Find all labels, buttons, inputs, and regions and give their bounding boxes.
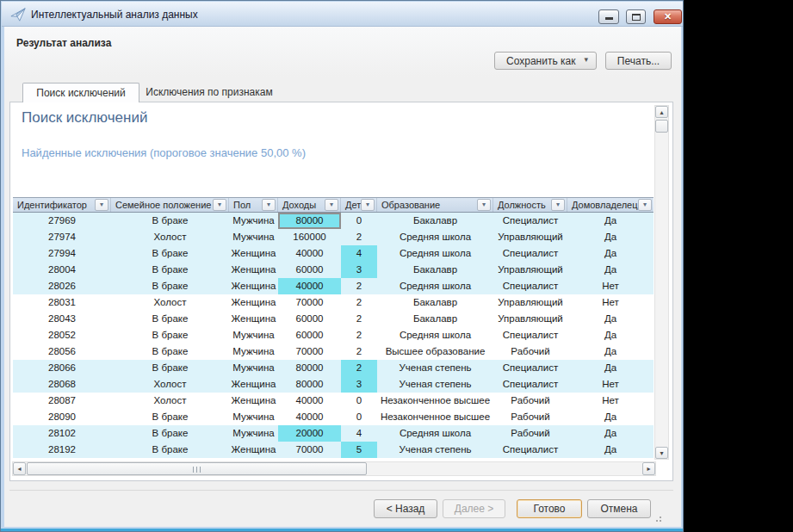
- table-cell[interactable]: Женщина: [229, 245, 278, 262]
- table-cell[interactable]: Управляющий: [493, 262, 567, 278]
- table-row[interactable]: 28068ХолостЖенщина800003Ученая степеньСп…: [13, 376, 654, 393]
- table-cell[interactable]: В браке: [111, 409, 229, 425]
- table-cell[interactable]: Мужчина: [229, 327, 278, 343]
- table-cell[interactable]: 40000: [278, 278, 341, 294]
- table-cell[interactable]: Рабочий: [493, 425, 567, 442]
- table-cell[interactable]: 70000: [278, 343, 341, 360]
- save-as-button[interactable]: Сохранить как ▾: [494, 52, 597, 70]
- table-cell[interactable]: Да: [567, 425, 654, 442]
- table-cell[interactable]: 60000: [278, 311, 341, 327]
- table-cell[interactable]: Бакалавр: [377, 311, 493, 327]
- table-cell[interactable]: 3: [341, 262, 377, 278]
- table-cell[interactable]: Специалист: [493, 442, 567, 458]
- vertical-scrollbar-thumb[interactable]: [655, 120, 668, 133]
- table-cell[interactable]: 2: [341, 311, 377, 327]
- table-cell[interactable]: Мужчина: [229, 425, 278, 442]
- table-cell[interactable]: Бакалавр: [377, 262, 493, 278]
- table-cell[interactable]: Мужчина: [229, 229, 278, 245]
- table-row[interactable]: 28192В бракеЖенщина700005Ученая степеньС…: [13, 442, 654, 458]
- table-cell[interactable]: Рабочий: [493, 409, 567, 425]
- table-cell[interactable]: Да: [567, 442, 654, 458]
- table-cell[interactable]: Холост: [111, 393, 229, 409]
- table-cell[interactable]: 60000: [278, 262, 341, 278]
- table-cell[interactable]: Женщина: [229, 294, 278, 311]
- column-header[interactable]: Дети▾: [341, 198, 377, 212]
- maximize-button[interactable]: [626, 9, 646, 24]
- table-cell[interactable]: 27994: [13, 245, 111, 262]
- table-cell[interactable]: Мужчина: [229, 360, 278, 376]
- table-cell[interactable]: Высшее образование: [377, 343, 493, 360]
- table-cell[interactable]: 28087: [13, 393, 111, 409]
- table-cell[interactable]: Женщина: [229, 311, 278, 327]
- table-cell[interactable]: Да: [567, 409, 654, 425]
- table-row[interactable]: 27969В бракеМужчина800000БакалаврСпециал…: [13, 213, 654, 229]
- finish-button[interactable]: Готово: [517, 499, 582, 518]
- table-cell[interactable]: 28192: [13, 442, 111, 458]
- table-row[interactable]: 28004В бракеЖенщина600003БакалаврУправля…: [13, 262, 654, 278]
- table-cell[interactable]: Нет: [567, 376, 654, 393]
- table-cell[interactable]: 40000: [278, 393, 341, 409]
- table-cell[interactable]: Специалист: [493, 278, 567, 294]
- column-header[interactable]: Семейное положение▾: [111, 198, 229, 212]
- table-row[interactable]: 28043В бракеЖенщина600002БакалаврУправля…: [13, 311, 654, 327]
- tab-exceptions-by-attributes[interactable]: Исключения по признакам: [140, 83, 278, 102]
- table-cell[interactable]: Бакалавр: [377, 213, 493, 229]
- table-cell[interactable]: Незаконченное высшее: [377, 409, 493, 425]
- minimize-button[interactable]: [598, 9, 619, 24]
- filter-dropdown-button[interactable]: ▾: [477, 199, 491, 211]
- table-cell[interactable]: 80000: [278, 360, 341, 376]
- table-cell[interactable]: В браке: [111, 311, 229, 327]
- table-cell[interactable]: Управляющий: [493, 294, 567, 311]
- scroll-right-button[interactable]: ▸: [642, 462, 655, 475]
- table-cell[interactable]: 40000: [278, 409, 341, 425]
- column-header[interactable]: Образование▾: [377, 198, 493, 212]
- column-header[interactable]: Доходы▾: [278, 198, 341, 212]
- table-row[interactable]: 28087ХолостЖенщина400000Незаконченное вы…: [13, 393, 654, 409]
- close-button[interactable]: ✕: [654, 9, 682, 24]
- table-cell[interactable]: 3: [341, 376, 377, 393]
- filter-dropdown-button[interactable]: ▾: [325, 199, 338, 211]
- horizontal-scrollbar-thumb[interactable]: [27, 462, 367, 475]
- table-cell[interactable]: Специалист: [493, 327, 567, 343]
- back-button[interactable]: < Назад: [374, 499, 437, 518]
- column-header[interactable]: Пол▾: [229, 198, 278, 212]
- table-cell[interactable]: В браке: [111, 262, 229, 278]
- table-cell[interactable]: 4: [341, 245, 377, 262]
- column-header[interactable]: Идентификатор▾: [13, 198, 111, 212]
- titlebar[interactable]: Интеллектуальный анализ данных ✕: [2, 2, 683, 27]
- table-cell[interactable]: Женщина: [229, 393, 278, 409]
- table-cell[interactable]: 2: [341, 294, 377, 311]
- table-row[interactable]: 28052В бракеМужчина600002Средняя школаСп…: [13, 327, 654, 343]
- table-cell[interactable]: 28004: [13, 262, 111, 278]
- table-cell[interactable]: В браке: [111, 278, 229, 294]
- table-row[interactable]: 27974ХолостМужчина1600002Средняя школаУп…: [13, 229, 654, 245]
- table-cell[interactable]: 28066: [13, 360, 111, 376]
- table-cell[interactable]: 28052: [13, 327, 111, 343]
- table-cell[interactable]: Рабочий: [493, 393, 567, 409]
- table-row[interactable]: 28090В бракеМужчина400000Незаконченное в…: [13, 409, 654, 425]
- table-cell[interactable]: 4: [341, 425, 377, 442]
- table-cell[interactable]: Управляющий: [493, 229, 567, 245]
- table-cell[interactable]: Да: [567, 213, 654, 229]
- table-cell[interactable]: Женщина: [229, 262, 278, 278]
- table-cell[interactable]: 2: [341, 327, 377, 343]
- table-cell[interactable]: 70000: [278, 442, 341, 458]
- table-cell[interactable]: Нет: [567, 393, 654, 409]
- filter-dropdown-button[interactable]: ▾: [213, 199, 226, 211]
- table-cell[interactable]: Холост: [111, 376, 229, 393]
- scroll-left-button[interactable]: ◂: [13, 462, 26, 475]
- table-cell[interactable]: 80000: [278, 213, 341, 229]
- table-cell[interactable]: Рабочий: [493, 343, 567, 360]
- scroll-down-button[interactable]: ▾: [655, 447, 668, 459]
- table-cell[interactable]: В браке: [111, 245, 229, 262]
- table-cell[interactable]: Да: [567, 311, 654, 327]
- filter-dropdown-button[interactable]: ▾: [638, 199, 652, 211]
- table-cell[interactable]: 28056: [13, 343, 111, 360]
- tab-outlier-search[interactable]: Поиск исключений: [22, 83, 139, 102]
- table-cell[interactable]: Женщина: [229, 278, 278, 294]
- filter-dropdown-button[interactable]: ▾: [95, 199, 108, 211]
- table-cell[interactable]: Да: [567, 327, 654, 343]
- table-cell[interactable]: Незаконченное высшее: [377, 393, 493, 409]
- table-cell[interactable]: 160000: [278, 229, 341, 245]
- table-cell[interactable]: Женщина: [229, 376, 278, 393]
